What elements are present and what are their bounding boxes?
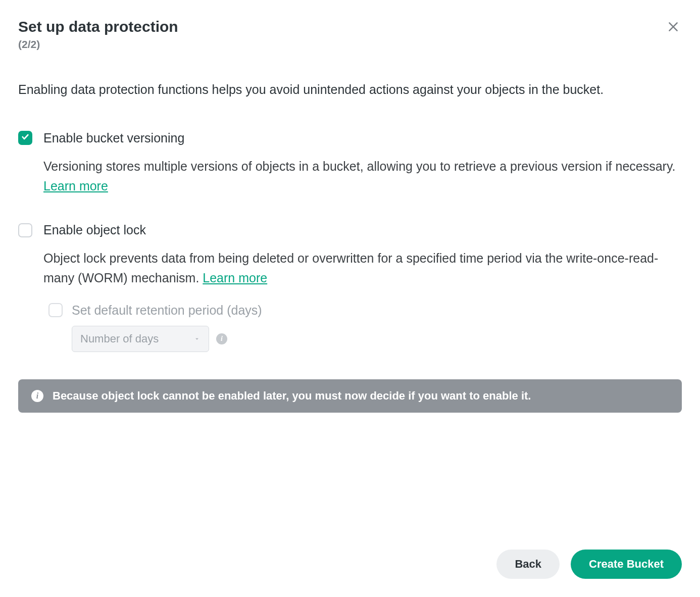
retention-days-dropdown: Number of days	[72, 326, 209, 352]
notice-text: Because object lock cannot be enabled la…	[53, 389, 531, 403]
option-versioning: Enable bucket versioning Versioning stor…	[18, 131, 682, 196]
dialog-footer: Back Create Bucket	[496, 550, 682, 579]
option-object-lock-row: Enable object lock	[18, 223, 682, 237]
retention-placeholder: Number of days	[80, 332, 159, 345]
page-title: Set up data protection	[18, 18, 178, 35]
step-indicator: (2/2)	[18, 38, 178, 51]
notice-banner: i Because object lock cannot be enabled …	[18, 379, 682, 413]
close-button[interactable]	[665, 18, 682, 35]
object-lock-description: Object lock prevents data from being del…	[43, 248, 682, 288]
dialog-header: Set up data protection (2/2)	[18, 18, 682, 51]
versioning-label: Enable bucket versioning	[43, 131, 184, 145]
options-section: Enable bucket versioning Versioning stor…	[18, 131, 682, 352]
versioning-learn-more-link[interactable]: Learn more	[43, 179, 108, 193]
checkbox-object-lock[interactable]	[18, 223, 32, 237]
intro-text: Enabling data protection functions helps…	[18, 80, 682, 100]
close-icon	[667, 27, 680, 35]
back-button[interactable]: Back	[496, 550, 560, 579]
object-lock-label: Enable object lock	[43, 223, 146, 237]
title-block: Set up data protection (2/2)	[18, 18, 178, 51]
checkmark-icon	[21, 133, 29, 143]
chevron-down-icon	[193, 332, 201, 345]
checkbox-versioning[interactable]	[18, 131, 32, 145]
info-icon: i	[31, 390, 43, 402]
info-icon[interactable]: i	[216, 333, 227, 344]
retention-input-row: Number of days i	[72, 326, 682, 352]
object-lock-desc-text: Object lock prevents data from being del…	[43, 251, 658, 285]
option-versioning-row: Enable bucket versioning	[18, 131, 682, 145]
create-bucket-button[interactable]: Create Bucket	[571, 550, 682, 579]
versioning-description: Versioning stores multiple versions of o…	[43, 157, 682, 196]
checkbox-retention	[48, 303, 63, 317]
retention-sub-option: Set default retention period (days) Numb…	[48, 303, 682, 352]
object-lock-learn-more-link[interactable]: Learn more	[203, 271, 267, 285]
retention-label: Set default retention period (days)	[72, 303, 262, 318]
option-object-lock: Enable object lock Object lock prevents …	[18, 223, 682, 352]
retention-row: Set default retention period (days)	[48, 303, 682, 318]
versioning-desc-text: Versioning stores multiple versions of o…	[43, 159, 676, 173]
